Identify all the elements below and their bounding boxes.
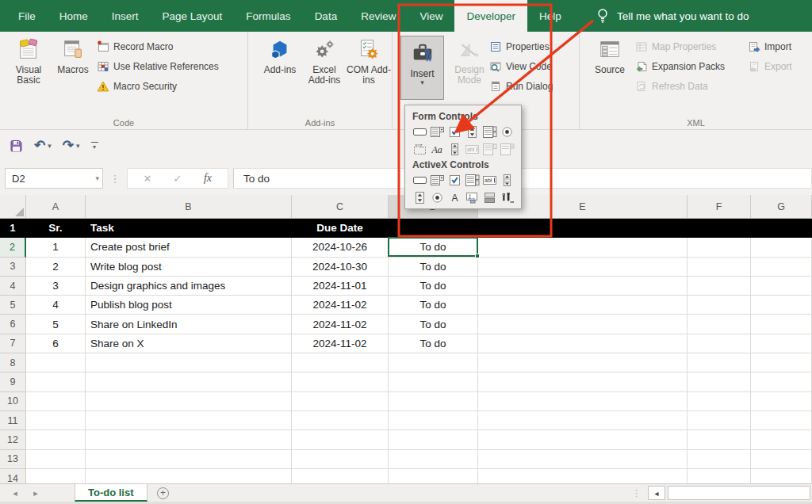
cell-E12[interactable]	[478, 430, 688, 449]
cell-D11[interactable]	[389, 411, 478, 430]
name-box[interactable]: D2 ▾	[5, 168, 103, 189]
tab-insert[interactable]: Insert	[100, 0, 151, 32]
run-dialog-button[interactable]: Run Dialog	[489, 79, 553, 93]
cell-A14[interactable]	[26, 469, 86, 483]
cell-G12[interactable]	[751, 430, 812, 449]
cell-D8[interactable]	[389, 353, 478, 372]
cell-B2[interactable]: Create post brief	[86, 238, 292, 257]
toggle-button-control-icon[interactable]	[481, 190, 498, 204]
undo-dropdown-chevron-icon[interactable]: ▾	[48, 142, 52, 150]
cell-G9[interactable]	[751, 372, 812, 391]
row-header-6[interactable]: 6	[0, 315, 26, 334]
cell-A6[interactable]: 5	[26, 315, 86, 334]
cell-G10[interactable]	[751, 392, 812, 411]
sheet-nav-right-icon[interactable]: ▸	[25, 484, 46, 502]
column-header-F[interactable]: F	[688, 195, 751, 219]
expansion-packs-button[interactable]: Expansion Packs	[635, 59, 725, 73]
checkbox-control-icon[interactable]	[446, 124, 463, 139]
cell-E8[interactable]	[478, 353, 688, 372]
sheet-nav-left-icon[interactable]: ◂	[5, 484, 25, 502]
cell-G11[interactable]	[751, 411, 812, 430]
cell-E7[interactable]	[478, 334, 688, 353]
row-header-11[interactable]: 11	[0, 411, 26, 430]
cell-D7[interactable]: To do	[389, 334, 478, 353]
cell-F8[interactable]	[688, 353, 751, 372]
cell-D5[interactable]: To do	[389, 296, 478, 315]
customize-qat-button[interactable]: ▾	[91, 142, 98, 151]
cell-G13[interactable]	[751, 450, 812, 469]
visual-basic-button[interactable]: Visual Basic	[6, 36, 51, 86]
cell-D9[interactable]	[389, 372, 478, 391]
cell-B11[interactable]	[86, 411, 292, 430]
scroll-bar-control-icon[interactable]	[498, 173, 515, 187]
cell-A5[interactable]: 4	[26, 296, 86, 315]
checkbox-control-icon[interactable]	[446, 173, 463, 187]
excel-add-ins-button[interactable]: Excel Add-ins	[302, 36, 347, 86]
row-header-3[interactable]: 3	[0, 258, 26, 277]
cell-B13[interactable]	[86, 450, 292, 469]
redo-button[interactable]: ↷▾	[63, 139, 80, 152]
tab-data[interactable]: Data	[303, 0, 350, 32]
cell-A2[interactable]: 1	[26, 238, 86, 257]
cell-C10[interactable]	[292, 392, 389, 411]
cell-G8[interactable]	[751, 353, 812, 372]
cell-F1[interactable]	[688, 219, 751, 238]
undo-button[interactable]: ↶▾	[34, 139, 52, 152]
save-icon[interactable]	[10, 139, 23, 153]
row-header-14[interactable]: 14	[0, 469, 26, 483]
cell-D13[interactable]	[389, 450, 478, 469]
cell-D4[interactable]: To do	[389, 277, 478, 296]
cell-E6[interactable]	[478, 315, 688, 334]
cell-B10[interactable]	[86, 392, 292, 411]
properties-button[interactable]: Properties	[489, 40, 553, 53]
insert-function-icon[interactable]: fx	[193, 172, 223, 185]
cell-D1[interactable]	[389, 219, 478, 238]
cell-B7[interactable]: Share on X	[86, 334, 292, 353]
row-header-2[interactable]: 2	[0, 238, 26, 257]
cell-C5[interactable]: 2024-11-02	[292, 296, 389, 315]
row-header-4[interactable]: 4	[0, 277, 26, 296]
cell-G1[interactable]	[751, 219, 812, 238]
row-header-12[interactable]: 12	[0, 430, 26, 449]
row-header-13[interactable]: 13	[0, 450, 26, 469]
cell-F11[interactable]	[688, 411, 751, 430]
cell-B12[interactable]	[86, 430, 292, 449]
cell-E11[interactable]	[478, 411, 688, 430]
cell-D6[interactable]: To do	[389, 315, 478, 334]
tab-review[interactable]: Review	[349, 0, 408, 32]
list-box-control-icon[interactable]	[463, 173, 481, 187]
cell-F9[interactable]	[688, 372, 751, 391]
column-header-A[interactable]: A	[26, 195, 86, 219]
cell-F5[interactable]	[688, 296, 751, 315]
hscroll-left-arrow[interactable]: ◂	[648, 486, 665, 500]
source-button[interactable]: Source	[588, 36, 632, 75]
hscroll-thumb[interactable]	[668, 486, 810, 500]
cell-F3[interactable]	[688, 258, 751, 277]
cell-C14[interactable]	[292, 469, 389, 483]
formula-input[interactable]: To do	[233, 168, 812, 189]
formula-bar-grip[interactable]: ⋮	[103, 173, 127, 185]
row-header-7[interactable]: 7	[0, 334, 26, 353]
cell-G7[interactable]	[751, 334, 812, 353]
cell-E13[interactable]	[478, 450, 688, 469]
label-a-control-icon[interactable]: A	[446, 190, 463, 204]
cell-F2[interactable]	[688, 238, 751, 257]
cell-G14[interactable]	[751, 469, 812, 483]
cell-G5[interactable]	[751, 296, 812, 315]
cell-A4[interactable]: 3	[26, 277, 86, 296]
cell-B3[interactable]: Write blog post	[86, 258, 292, 277]
column-header-C[interactable]: C	[292, 195, 389, 219]
scroll-bar-control-icon[interactable]	[446, 142, 463, 156]
select-all-corner[interactable]	[0, 195, 26, 219]
row-header-8[interactable]: 8	[0, 353, 26, 372]
new-sheet-button[interactable]: +	[147, 484, 179, 502]
cell-F10[interactable]	[688, 392, 751, 411]
tab-file[interactable]: File	[6, 0, 48, 32]
sheet-tab-todo-list[interactable]: To-do list	[75, 484, 147, 502]
cell-E4[interactable]	[478, 277, 688, 296]
row-header-1[interactable]: 1	[0, 219, 26, 238]
more-controls-control-icon[interactable]	[498, 190, 515, 204]
text-box-control-icon[interactable]: abl	[481, 173, 498, 187]
cell-E5[interactable]	[478, 296, 688, 315]
option-button-control-icon[interactable]	[428, 190, 446, 204]
